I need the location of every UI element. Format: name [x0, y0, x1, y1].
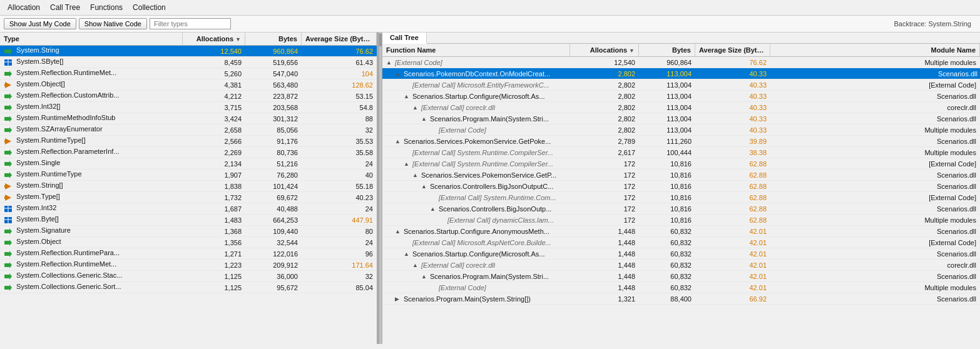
left-table-row[interactable]: System.Reflection.ParameterInf... 2,269 …: [0, 147, 377, 158]
row-icon: [4, 58, 13, 67]
svg-marker-6: [9, 71, 12, 77]
left-table-row[interactable]: System.Object[] 4,381 563,480 128.62: [0, 79, 377, 91]
left-header-avgsize[interactable]: Average Size (Bytes): [302, 33, 377, 45]
right-table-row[interactable]: [External Call] Microsoft.AspNetCore.Bui…: [382, 237, 980, 248]
left-table-row[interactable]: System.SByte[] 8,459 519,656 61.43: [0, 57, 377, 68]
right-table-row[interactable]: ▲ Scenarios.Program.Main(System.Stri... …: [382, 271, 980, 282]
left-cell-avgsize: 88: [302, 114, 377, 123]
left-header-bytes[interactable]: Bytes: [245, 33, 302, 45]
right-cell-alloc: 2,802: [570, 69, 639, 78]
left-cell-bytes: 519,656: [245, 58, 302, 67]
row-icon: [4, 205, 13, 213]
right-table-row[interactable]: ▲ Scenarios.Startup.Configure(Microsoft.…: [382, 91, 980, 102]
right-cell-fname: ▶ Scenarios.Program.Main(System.String[]…: [382, 295, 570, 303]
right-table-row[interactable]: ▲ [External Call] coreclr.dll 1,448 60,8…: [382, 260, 980, 271]
svg-rect-43: [4, 275, 9, 278]
left-table-row[interactable]: System.SZArrayEnumerator 2,658 85,056 32: [0, 124, 377, 136]
show-native-code-button[interactable]: Show Native Code: [79, 18, 147, 29]
tab-calltree[interactable]: Call Tree: [382, 33, 427, 44]
left-cell-avgsize: 55.18: [302, 182, 377, 191]
left-table-row[interactable]: System.String 12,540 960,864 76.62: [0, 46, 377, 57]
expand-icon[interactable]: ▶: [395, 296, 402, 302]
right-table-row[interactable]: ▲ Scenarios.Controllers.BigJsonOutputC..…: [382, 181, 980, 192]
left-table-row[interactable]: System.Collections.Generic.Sort... 1,125…: [0, 282, 377, 293]
left-table-row[interactable]: System.Reflection.RuntimeMet... 1,223 20…: [0, 260, 377, 271]
left-table-row[interactable]: System.Reflection.RuntimeMet... 5,260 54…: [0, 68, 377, 79]
expand-icon[interactable]: ▲: [421, 183, 429, 190]
right-cell-bytes: 113,004: [639, 92, 695, 101]
right-table-row[interactable]: ▲ Scenarios.Program.Main(System.Stri... …: [382, 113, 980, 124]
left-table-row[interactable]: System.Collections.Generic.Stac... 1,125…: [0, 271, 377, 282]
right-table-row[interactable]: [External Code] 2,802 113,004 40.33 Mult…: [382, 124, 980, 136]
expand-icon[interactable]: ▲: [386, 59, 394, 66]
expand-icon[interactable]: ▲: [404, 93, 411, 99]
left-table-row[interactable]: System.Single 2,134 51,216 24: [0, 158, 377, 169]
left-table-row[interactable]: System.RuntimeType[] 2,566 91,176 35.53: [0, 136, 377, 147]
expand-icon[interactable]: ▲: [395, 138, 402, 144]
right-header-avgsize[interactable]: Average Size (Bytes): [695, 44, 770, 56]
left-table-row[interactable]: System.RuntimeType 1,907 76,280 40: [0, 169, 377, 181]
left-table-row[interactable]: System.Reflection.RuntimePara... 1,271 1…: [0, 248, 377, 260]
right-table-row[interactable]: ▲ [External Code] 12,540 960,864 76.62 M…: [382, 57, 980, 68]
expand-icon[interactable]: ▲: [395, 228, 402, 235]
right-cell-fname: ▲ Scenarios.Controllers.BigJsonOutp...: [382, 205, 570, 213]
function-name: Scenarios.Controllers.BigJsonOutp...: [439, 205, 551, 213]
right-cell-avgsize: 62.88: [695, 216, 770, 225]
expand-icon[interactable]: ▲: [395, 71, 402, 77]
right-table-row[interactable]: ▲ [External Call] System.Runtime.Compile…: [382, 158, 980, 169]
function-name: [External Call] Microsoft.AspNetCore.Bui…: [412, 239, 551, 246]
function-name: Scenarios.Program.Main(System.String[]): [404, 295, 531, 303]
right-table-row[interactable]: ▲ Scenarios.Controllers.BigJsonOutp... 1…: [382, 203, 980, 215]
svg-rect-9: [4, 94, 9, 98]
expand-icon[interactable]: ▲: [412, 172, 420, 178]
left-table-row[interactable]: System.RuntimeMethodInfoStub 3,424 301,3…: [0, 113, 377, 124]
right-table-row[interactable]: ▲ Scenarios.Services.PokemonService.GetP…: [382, 136, 980, 147]
right-header-bytes[interactable]: Bytes: [639, 44, 695, 56]
left-table-row[interactable]: System.Int32 1,687 40,488 24: [0, 203, 377, 215]
right-table-row[interactable]: ▲ Scenarios.PokemonDbContext.OnModelCrea…: [382, 68, 980, 79]
left-table-row[interactable]: System.Type[] 1,732 69,672 40.23: [0, 192, 377, 203]
expand-icon[interactable]: ▲: [412, 104, 420, 111]
left-table-row[interactable]: System.Reflection.CustomAttrib... 4,212 …: [0, 91, 377, 102]
right-cell-avgsize: 40.33: [695, 81, 770, 89]
left-cell-alloc: 1,732: [183, 193, 245, 202]
left-table-row[interactable]: System.Byte[] 1,483 664,253 447.91: [0, 215, 377, 226]
expand-icon[interactable]: ▲: [421, 273, 429, 280]
right-table-row[interactable]: [External Call] System.Runtime.CompilerS…: [382, 147, 980, 158]
right-table-row[interactable]: [External Call] System.Runtime.Com... 17…: [382, 192, 980, 203]
right-cell-alloc: 1,448: [570, 272, 639, 281]
right-cell-alloc: 2,789: [570, 137, 639, 146]
show-just-my-code-button[interactable]: Show Just My Code: [4, 18, 76, 29]
right-table-row[interactable]: ▲ Scenarios.Services.PokemonService.GetP…: [382, 169, 980, 181]
left-header-alloc[interactable]: Allocations ▼: [183, 33, 245, 45]
menu-collection[interactable]: Collection: [128, 1, 171, 14]
left-cell-bytes: 69,672: [245, 193, 302, 202]
right-table-row[interactable]: ▲ [External Call] coreclr.dll 2,802 113,…: [382, 102, 980, 113]
left-table-row[interactable]: System.String[] 1,838 101,424 55.18: [0, 181, 377, 192]
right-cell-bytes: 10,816: [639, 182, 695, 191]
right-table-row[interactable]: ▲ Scenarios.Startup.Configure.AnonymousM…: [382, 226, 980, 237]
right-table-row[interactable]: [External Call] Microsoft.EntityFramewor…: [382, 79, 980, 91]
menu-allocation[interactable]: Allocation: [3, 1, 45, 14]
expand-icon[interactable]: ▲: [421, 116, 429, 122]
left-header-type[interactable]: Type: [0, 33, 183, 45]
right-table-row[interactable]: [External Call] dynamicClass.lam... 172 …: [382, 215, 980, 226]
right-table-row[interactable]: ▲ Scenarios.Startup.Configure(Microsoft.…: [382, 248, 980, 260]
left-table-row[interactable]: System.Int32[] 3,715 203,568 54.8: [0, 102, 377, 113]
right-table-row[interactable]: ▶ Scenarios.Program.Main(System.String[]…: [382, 293, 980, 305]
filter-types-input[interactable]: [150, 18, 231, 29]
expand-icon[interactable]: ▲: [430, 206, 437, 212]
left-table-row[interactable]: System.Signature 1,368 109,440 80: [0, 226, 377, 237]
left-table-row[interactable]: System.Object 1,356 32,544 24: [0, 237, 377, 248]
expand-icon[interactable]: ▲: [404, 161, 411, 167]
right-table-row[interactable]: [External Code] 1,448 60,832 42.01 Multi…: [382, 282, 980, 293]
right-header-module[interactable]: Module Name: [770, 44, 980, 56]
expand-icon[interactable]: ▲: [412, 262, 420, 268]
svg-marker-14: [9, 116, 12, 122]
right-header-alloc[interactable]: Allocations ▼: [570, 44, 639, 56]
menu-functions[interactable]: Functions: [85, 1, 128, 14]
menu-calltree[interactable]: Call Tree: [45, 1, 85, 14]
left-cell-avgsize: 61.43: [302, 58, 377, 67]
right-header-fname[interactable]: Function Name: [382, 44, 570, 56]
expand-icon[interactable]: ▲: [404, 251, 411, 257]
